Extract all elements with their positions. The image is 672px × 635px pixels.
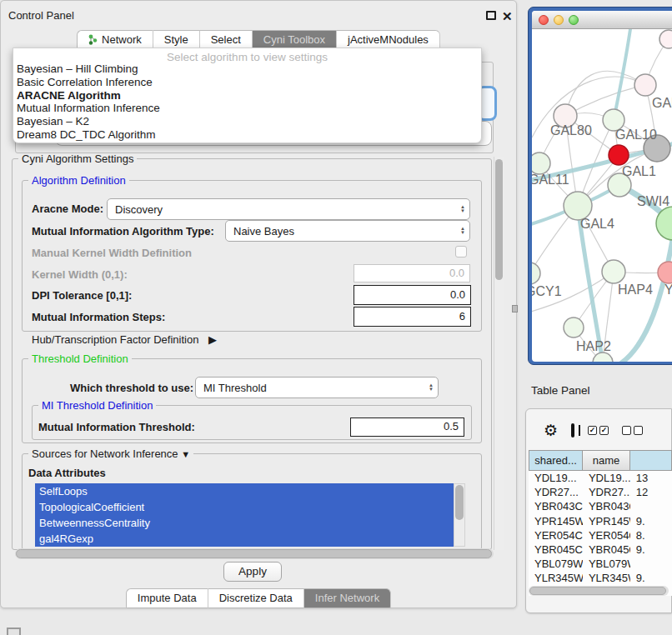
cyni-algorithm-settings-title: Cyni Algorithm Settings (18, 152, 137, 165)
settings-horizontal-scrollbar-thumb[interactable] (16, 549, 492, 558)
network-node-label: SWI4 (637, 194, 669, 208)
network-node[interactable] (593, 352, 613, 362)
unchecked-checkbox-icon (622, 426, 631, 435)
network-edge-highlighted[interactable] (611, 238, 672, 362)
split-columns-icon[interactable] (571, 423, 574, 438)
network-node-gal4[interactable] (564, 192, 592, 220)
close-traffic-icon[interactable] (539, 15, 549, 25)
dropdown-item[interactable]: Bayesian – Hill Climbing (13, 62, 481, 76)
table-panel-title: Table Panel (531, 384, 590, 397)
mi-threshold-field[interactable]: 0.5 (350, 418, 464, 437)
panel-splitter-handle[interactable] (512, 305, 518, 312)
select-all-icon[interactable]: ✓ ✓ (588, 426, 609, 435)
tab-infer-network[interactable]: Infer Network (304, 588, 391, 608)
control-panel-title: Control Panel (8, 5, 74, 27)
network-node-y[interactable] (658, 262, 672, 283)
table-row[interactable]: YLR345WYLR345W9. (529, 571, 672, 585)
network-node[interactable] (659, 30, 672, 48)
float-window-icon[interactable] (486, 11, 496, 20)
column-header[interactable] (630, 450, 672, 471)
dropdown-item[interactable]: Dream8 DC_TDC Algorithm (13, 128, 481, 142)
dropdown-item[interactable]: Basic Correlation Inference (13, 76, 481, 89)
settings-vertical-scrollbar-thumb[interactable] (495, 159, 503, 280)
table-cell: YBR045C (583, 542, 630, 557)
network-node-label: GAL (652, 96, 672, 110)
network-graph[interactable]: GALGAL80GAL10GAL1GAL11SWI4GAL4GCY1HAP4YH… (532, 29, 672, 362)
zoom-traffic-icon[interactable] (569, 15, 579, 25)
table-row[interactable]: YBL079WYBL079W (529, 557, 672, 571)
tab-label: Impute Data (138, 592, 197, 604)
network-node-gal1[interactable] (609, 145, 629, 165)
hub-definition-toggle[interactable]: Hub/Transcription Factor Definition ▶ (32, 333, 217, 346)
network-canvas-frame: GALGAL80GAL10GAL1GAL11SWI4GAL4GCY1HAP4YH… (532, 11, 672, 362)
table-cell: YDL19... (529, 471, 583, 485)
attribute-item[interactable]: SelfLoops (35, 483, 454, 499)
attribute-item[interactable]: gal4RGexp (35, 531, 454, 547)
network-node-gal11[interactable] (532, 152, 550, 174)
minimize-traffic-icon[interactable] (554, 15, 564, 25)
kernel-width-field[interactable]: 0.0 (354, 264, 470, 282)
aracne-mode-label: Aracne Mode: (32, 202, 103, 215)
network-node-label: GAL4 (580, 217, 614, 231)
combo-arrows-icon: ▲▼ (460, 227, 465, 235)
network-edge-highlighted[interactable] (614, 29, 630, 120)
mi-steps-label: Mutual Information Steps: (32, 311, 165, 323)
unchecked-checkbox-icon (634, 426, 643, 435)
dropdown-item[interactable]: ARACNE Algorithm (13, 89, 481, 102)
mi-type-combo[interactable]: Naive Bayes ▲▼ (225, 220, 470, 242)
apply-button[interactable]: Apply (223, 562, 282, 582)
dpi-tolerance-field[interactable]: 0.0 (354, 285, 471, 305)
mi-type-value: Naive Bayes (233, 225, 294, 238)
deselect-all-icon[interactable] (622, 426, 643, 435)
network-node-label: HAP4 (618, 282, 653, 297)
manual-kernel-checkbox[interactable] (455, 246, 467, 258)
which-threshold-combo[interactable]: MI Threshold ▲▼ (195, 377, 439, 398)
combo-arrows-icon: ▲▼ (429, 383, 434, 392)
network-window-titlebar (532, 11, 672, 29)
network-node-gcy1[interactable] (532, 262, 540, 284)
gear-icon[interactable]: ⚙ (544, 422, 558, 438)
dropdown-item[interactable]: Bayesian – K2 (13, 115, 481, 128)
table-body: YDL19...YDL19...13YDR27...YDR27...12YBR0… (529, 471, 672, 596)
table-horizontal-scrollbar-thumb[interactable] (529, 587, 666, 595)
column-header[interactable]: shared... (529, 450, 583, 471)
tab-label: Cyni Toolbox (263, 33, 325, 46)
network-node-hap2[interactable] (564, 318, 584, 338)
table-row[interactable]: YDL19...YDL19...13 (529, 471, 672, 485)
combo-arrows-icon: ▲▼ (460, 205, 465, 213)
table-cell: YDR27... (583, 485, 630, 499)
network-node-gal[interactable] (634, 74, 656, 96)
table-row[interactable]: YDR27...YDR27...12 (529, 485, 672, 499)
network-edge[interactable] (565, 85, 645, 116)
tab-impute-data[interactable]: Impute Data (126, 588, 208, 608)
which-threshold-value: MI Threshold (203, 382, 267, 394)
data-attributes-list[interactable]: SelfLoopsTopologicalCoefficientBetweenne… (35, 483, 454, 547)
tab-label: Network (102, 33, 142, 46)
tab-discretize-data[interactable]: Discretize Data (208, 588, 304, 608)
network-node-hap4[interactable] (602, 260, 625, 283)
column-header[interactable]: name (583, 450, 630, 471)
table-cell: 12 (630, 485, 672, 499)
table-row[interactable]: YBR045CYBR045C9. (529, 542, 672, 557)
table-cell (630, 557, 672, 571)
attribute-item[interactable]: TopologicalCoefficient (35, 499, 454, 515)
attribute-item[interactable]: BetweennessCentrality (35, 515, 454, 531)
close-icon[interactable]: ✕ (502, 6, 513, 28)
sources-group-toggle[interactable]: Sources for Network Inference ▼ (28, 448, 193, 460)
mi-steps-field[interactable]: 6 (354, 307, 471, 327)
aracne-mode-combo[interactable]: Discovery ▲▼ (107, 198, 470, 220)
tab-label: Style (164, 33, 188, 46)
attributes-scrollbar-thumb[interactable] (455, 485, 464, 520)
table-cell: YBR043C (583, 499, 630, 513)
table-cell: YER054C (529, 528, 583, 542)
table-row[interactable]: YPR145WYPR145W9. (529, 514, 672, 528)
tab-label: Discretize Data (219, 592, 293, 604)
table-row[interactable]: YBR043CYBR043C (529, 499, 672, 513)
table-cell: 9. (630, 571, 672, 585)
table-cell: YLR345W (529, 571, 583, 585)
dpi-tolerance-label: DPI Tolerance [0,1]: (32, 289, 132, 302)
table-row[interactable]: YER054CYER054C8. (529, 528, 672, 542)
bottom-left-panel-icon[interactable] (7, 628, 21, 635)
dropdown-item[interactable]: Mutual Information Inference (13, 102, 481, 115)
hub-definition-label: Hub/Transcription Factor Definition (32, 333, 198, 346)
